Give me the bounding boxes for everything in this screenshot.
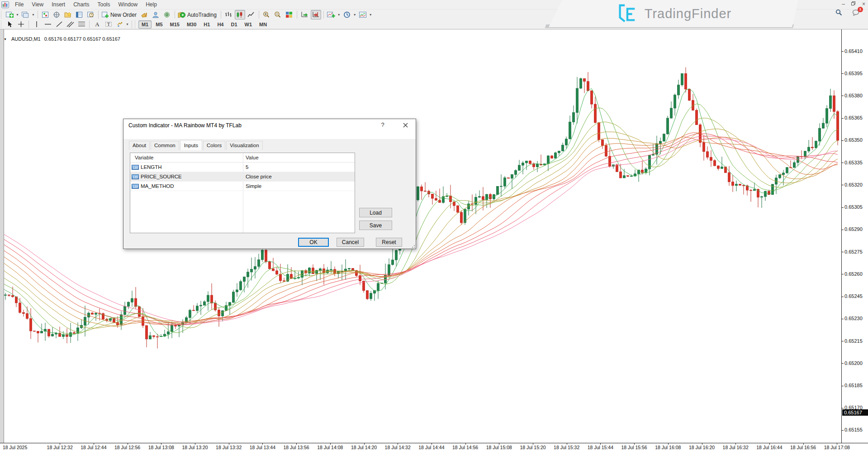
tab-common[interactable]: Common (151, 141, 179, 150)
indicators-dropdown-icon[interactable]: ▼ (337, 13, 341, 16)
bar-chart-button[interactable] (223, 10, 234, 19)
menu-help[interactable]: Help (142, 0, 161, 9)
tab-about[interactable]: About (129, 141, 150, 150)
tab-inputs[interactable]: Inputs (180, 140, 202, 150)
search-icon[interactable] (835, 9, 842, 18)
templates-button[interactable] (358, 10, 368, 19)
time-tick (668, 443, 669, 445)
navigator-button[interactable] (63, 10, 73, 19)
dialog-help-button[interactable]: ? (377, 121, 389, 128)
table-row[interactable]: 123LENGTH5 (130, 163, 355, 172)
value-cell[interactable]: 5 (243, 164, 248, 170)
cancel-button[interactable]: Cancel (337, 238, 364, 247)
menu-insert[interactable]: Insert (47, 0, 69, 9)
zoom-out-button[interactable] (273, 10, 283, 19)
close-icon[interactable]: × (862, 1, 865, 7)
symbol-caret-icon[interactable]: ▼ (4, 38, 7, 41)
toolbar-handle[interactable] (1, 11, 3, 19)
timeframe-mn[interactable]: MN (256, 20, 270, 29)
menu-window[interactable]: Window (114, 0, 142, 9)
equidistant-channel-button[interactable] (65, 19, 76, 29)
price-axis-label: 0.65290 (844, 226, 863, 232)
profiles-dropdown-icon[interactable]: ▼ (32, 13, 35, 16)
periods-dropdown-icon[interactable]: ▼ (353, 13, 356, 16)
crosshair-button[interactable] (16, 19, 26, 29)
data-window-button[interactable] (52, 10, 62, 19)
tab-colors[interactable]: Colors (203, 141, 225, 150)
templates-dropdown-icon[interactable]: ▼ (369, 13, 372, 16)
ok-button[interactable]: OK (298, 238, 329, 247)
value-cell[interactable]: Close price (243, 174, 272, 179)
candlestick-chart-button[interactable] (235, 10, 245, 19)
strategy-tester-button[interactable] (85, 10, 96, 19)
menu-charts[interactable]: Charts (69, 0, 93, 9)
time-axis-label: 18 Jul 16:20 (689, 445, 715, 450)
price-axis-label: 0.65230 (844, 316, 863, 321)
timeframe-h1[interactable]: H1 (200, 20, 213, 29)
time-tick (803, 443, 804, 445)
menu-view[interactable]: View (28, 0, 47, 9)
timeframe-m5[interactable]: M5 (152, 20, 166, 29)
auto-scroll-button[interactable] (299, 10, 310, 19)
arrows-button[interactable] (114, 19, 125, 29)
time-axis-label: 18 Jul 12:44 (81, 445, 106, 450)
timeframe-m30[interactable]: M30 (184, 20, 199, 29)
dialog-titlebar[interactable]: Custom Indicator - MA Rainbow MT4 by TFL… (123, 119, 416, 132)
terminal-button[interactable] (74, 10, 85, 19)
vertical-line-button[interactable] (31, 19, 42, 29)
load-button[interactable]: Load (359, 208, 392, 217)
menu-tools[interactable]: Tools (94, 0, 114, 9)
market-watch-button[interactable] (40, 10, 51, 19)
new-chart-button[interactable] (5, 10, 15, 19)
value-cell[interactable]: Simple (243, 183, 261, 189)
timeframe-buttons: M1M5M15M30H1H4D1W1MN (138, 20, 270, 29)
minimize-icon[interactable]: – (842, 1, 845, 7)
fibonacci-button[interactable] (76, 19, 87, 29)
reset-button[interactable]: Reset (376, 238, 402, 247)
timeframe-h4[interactable]: H4 (214, 20, 227, 29)
table-header: Variable Value (130, 153, 355, 163)
zoom-in-button[interactable] (261, 10, 272, 19)
time-axis[interactable]: 18 Jul 202518 Jul 12:3218 Jul 12:4418 Ju… (0, 443, 868, 451)
chat-badge: 1 (858, 7, 863, 12)
periods-button[interactable] (342, 10, 352, 19)
timeframe-m15[interactable]: M15 (167, 20, 183, 29)
save-button[interactable]: Save (359, 221, 392, 230)
text-button[interactable]: A (92, 19, 102, 29)
arrows-dropdown-icon[interactable]: ▼ (126, 23, 129, 26)
timeframe-d1[interactable]: D1 (228, 20, 240, 29)
publisher-button[interactable] (139, 10, 150, 19)
chat-icon[interactable]: 1 (852, 10, 860, 18)
table-row[interactable]: 123MA_METHODSimple (130, 182, 355, 191)
text-label-button[interactable]: T (103, 19, 114, 29)
separator (132, 20, 132, 28)
indicators-button[interactable] (326, 10, 337, 19)
timeframe-w1[interactable]: W1 (242, 20, 256, 29)
dialog-close-button[interactable] (398, 121, 412, 130)
autotrading-button[interactable]: AutoTrading (177, 10, 218, 19)
restore-icon[interactable] (851, 1, 856, 7)
price-tick (842, 51, 844, 52)
variable-name: MA_METHOD (141, 183, 174, 189)
profiles-button[interactable] (20, 10, 31, 19)
toolbar-handle[interactable] (1, 20, 3, 28)
tile-windows-button[interactable] (284, 10, 294, 19)
toolbar-handle[interactable] (135, 20, 137, 28)
tab-visualization[interactable]: Visualization (226, 141, 262, 150)
dialog-resize-grip[interactable] (411, 244, 415, 248)
horizontal-line-button[interactable] (43, 19, 53, 29)
line-chart-button[interactable] (246, 10, 256, 19)
trendline-button[interactable] (54, 19, 64, 29)
tradingfinder-logo-icon (616, 4, 638, 24)
cursor-button[interactable] (5, 19, 15, 29)
table-row[interactable]: 123PRICE_SOURCEClose price (130, 172, 355, 182)
menu-file[interactable]: File (11, 0, 28, 9)
new-order-button[interactable]: New Order (101, 10, 138, 19)
new-chart-dropdown-icon[interactable]: ▼ (16, 13, 19, 16)
price-axis[interactable]: 0.654100.653950.653800.653650.653500.653… (841, 29, 868, 443)
chart-shift-button[interactable] (311, 10, 321, 19)
alerts-button[interactable] (162, 10, 172, 19)
time-tick (465, 443, 466, 445)
expert-advisors-button[interactable] (151, 10, 161, 19)
timeframe-m1[interactable]: M1 (138, 20, 152, 29)
